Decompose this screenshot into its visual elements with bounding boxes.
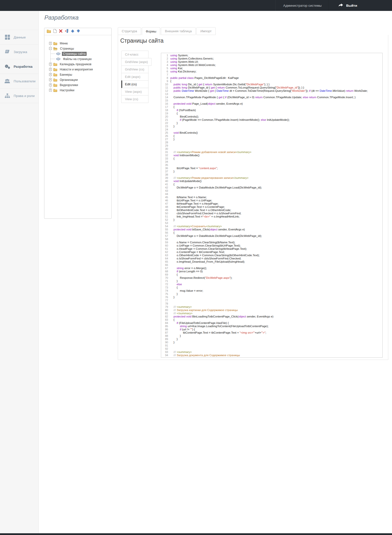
tab-формы[interactable]: Формы	[142, 27, 160, 35]
line-number: 92	[161, 347, 170, 350]
code-text: }	[170, 218, 175, 221]
expand-plus-icon[interactable]: +	[49, 73, 52, 76]
expand-plus-icon[interactable]: +	[49, 63, 52, 65]
sidebar-item-пользователи[interactable]: Пользователи	[0, 74, 38, 89]
line-number: 80	[161, 309, 170, 312]
logout-button[interactable]: Выйти	[329, 0, 392, 11]
code-line: 60 o.UrlPage = Common.ClearString(tbUrlP…	[161, 244, 382, 247]
sidebar-item-разработка[interactable]: Разработка	[0, 59, 38, 74]
line-number: 54	[161, 225, 170, 228]
tab-структура[interactable]: Структура	[118, 27, 141, 35]
collapse-minus-icon[interactable]: −	[49, 47, 52, 50]
line-number: 6	[161, 70, 170, 73]
folder-open-icon	[53, 47, 58, 50]
sidebar-item-права-и-роли[interactable]: Права и роли	[0, 89, 38, 103]
file-tab-view-cs[interactable]: View (cs)	[121, 95, 149, 103]
code-text: tbName.Text = o.Name;	[170, 196, 207, 199]
code-text: o.Name = Common.ClearString(tbName.Text)…	[170, 241, 235, 244]
tree-item-организации[interactable]: +Организации	[44, 77, 111, 82]
sidebar: ДанныеЗагрузкаРазработкаПользователиПрав…	[0, 11, 39, 535]
expand-plus-icon[interactable]: +	[49, 78, 52, 81]
line-number: 42	[161, 186, 170, 189]
file-tab-edit-cs[interactable]: Edit (cs)	[121, 80, 149, 88]
tree-item-страницы[interactable]: −Страницы	[44, 46, 111, 51]
tree-item-страницы-сайта[interactable]: Страницы сайта	[44, 51, 111, 56]
file-tab-edit-aspx[interactable]: Edit (aspx)	[121, 73, 149, 81]
delete-button[interactable]	[59, 29, 62, 34]
line-number: 40	[161, 180, 170, 183]
code-line: 89 }	[161, 338, 382, 341]
sidebar-item-загрузка[interactable]: Загрузка	[0, 45, 38, 59]
expand-plus-icon[interactable]: +	[49, 84, 52, 86]
code-line: 74 msg.Value = error;	[161, 289, 382, 292]
tree-item-баннеры[interactable]: +Баннеры	[44, 72, 111, 77]
line-number: 20	[161, 115, 170, 118]
code-text: }	[170, 125, 175, 128]
tab-импорт[interactable]: Импорт	[196, 27, 215, 35]
sidebar-item-label: Права и роли	[14, 94, 34, 98]
code-text: public long Dic_id { get { return System…	[170, 83, 270, 86]
move-icon	[65, 29, 69, 34]
code-line: 94 /// Загрузка документа для Содержимое…	[161, 354, 382, 357]
file-tab-gridview-aspx[interactable]: GridView (aspx)	[121, 58, 151, 66]
tree-item-меню[interactable]: +Меню	[44, 41, 111, 46]
expand-plus-icon[interactable]: +	[49, 68, 52, 71]
folder-closed-icon	[53, 73, 57, 76]
line-number: 15	[161, 99, 170, 102]
tree-item-видеоролики[interactable]: +Видеоролики	[44, 82, 111, 88]
folder-button[interactable]	[47, 29, 51, 34]
code-line: 82 protected void BtnLoadImgTotbContentP…	[161, 315, 382, 318]
line-number: 52	[161, 218, 170, 221]
code-line: 55 protected void btSave_Click(object se…	[161, 228, 382, 231]
footer-bar	[0, 533, 392, 535]
code-line: 30	[161, 147, 382, 151]
tab-внешняя-таблица[interactable]: Внешняя таблица	[161, 27, 196, 35]
line-number: 69	[161, 273, 170, 276]
line-number: 89	[161, 338, 170, 341]
tree-item-календарь-праздников[interactable]: +Календарь праздников	[44, 62, 111, 67]
code-line: 6using Kai.Dictionary;	[161, 70, 382, 73]
tree-item-новости-и-мероприятия[interactable]: +Новости и мероприятия	[44, 67, 111, 72]
up-button[interactable]	[71, 29, 74, 34]
line-number: 13	[161, 93, 170, 96]
line-number: 88	[161, 334, 170, 338]
file-tab-view-aspx[interactable]: View (aspx)	[121, 88, 149, 95]
down-button[interactable]	[77, 29, 80, 34]
code-text: }	[170, 341, 175, 344]
line-number: 16	[161, 102, 170, 105]
expand-plus-icon[interactable]: +	[49, 42, 52, 45]
code-text: }	[170, 292, 178, 296]
move-button[interactable]	[65, 29, 69, 34]
grid-icon	[4, 34, 10, 40]
code-text: using System.Web.UI.WebControls;	[170, 63, 216, 67]
roles-icon	[4, 93, 10, 98]
code-text: protected void Page_Load(object sender, …	[170, 102, 243, 105]
folder-closed-icon	[53, 78, 57, 82]
code-line: 83 {	[161, 318, 382, 321]
tree-item-настройки[interactable]: +Настройки	[44, 88, 111, 93]
code-editor[interactable]: 1using System;2using System.Collections.…	[161, 53, 383, 358]
code-text: protected void BtnLoadImgTotbContentPage…	[170, 315, 273, 318]
code-line: 46 tbUrlPage.Text = o.UrlPage;	[161, 199, 382, 202]
line-number: 74	[161, 289, 170, 292]
line-number: 59	[161, 241, 170, 244]
folder-icon	[47, 29, 51, 34]
new-file-button[interactable]	[53, 29, 57, 34]
line-number: 11	[161, 86, 170, 89]
tab-bar: СтруктураФормыВнешняя таблицаИмпорт	[118, 27, 388, 35]
code-line: 31 /// <summary>Режим добавления новой з…	[161, 151, 382, 154]
code-line: 53	[161, 221, 382, 225]
sidebar-item-данные[interactable]: Данные	[0, 30, 38, 45]
tree-item-файлы-на-страницах[interactable]: Файлы на страницах	[44, 56, 111, 62]
code-line: 47 tbHeadPage.Text = o.HeadPage;	[161, 202, 382, 205]
file-tab-c#-класс[interactable]: C#-класс	[121, 51, 149, 58]
line-number: 78	[161, 302, 170, 305]
code-text: {	[170, 134, 175, 138]
tree-item-label: Организации	[59, 78, 79, 82]
code-text: tbContentPage.Text = tbContentPage.Text …	[170, 331, 266, 334]
code-line: 16 protected void Page_Load(object sende…	[161, 102, 382, 105]
table-icon	[56, 52, 60, 56]
code-text: }	[170, 280, 178, 283]
file-tab-gridview-cs[interactable]: GridView (cs)	[121, 65, 149, 73]
expand-plus-icon[interactable]: +	[49, 89, 52, 92]
